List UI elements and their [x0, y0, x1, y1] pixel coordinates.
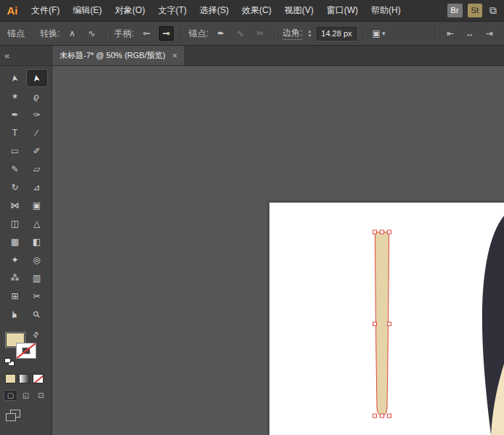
tool-eyedropper[interactable]: ✦ [4, 251, 26, 269]
corner-label[interactable]: 边角: [283, 27, 302, 40]
tool-selection[interactable]: ➤ [4, 69, 26, 87]
selected-object[interactable] [375, 232, 389, 416]
menu-item-edit[interactable]: 编辑(E) [66, 0, 108, 21]
tool-blend[interactable]: ◎ [26, 251, 48, 269]
tool-type[interactable]: T [4, 123, 26, 142]
chevron-down-icon: ▾ [382, 30, 386, 37]
pencil-icon: ✎ [11, 164, 18, 174]
selection-handle[interactable] [381, 414, 384, 418]
selection-handle[interactable] [373, 322, 377, 326]
selection-handle[interactable] [381, 230, 384, 234]
tool-rotate[interactable]: ↻ [4, 178, 26, 196]
selection-handle[interactable] [373, 230, 377, 234]
tool-slice[interactable]: ✂ [26, 287, 48, 305]
none-button[interactable] [33, 374, 44, 383]
align-right-icon: ⇥ [486, 28, 493, 38]
fill-stroke-indicator: ⇄ [4, 330, 49, 368]
hide-handles-icon: ⊸ [163, 28, 170, 38]
menu-item-file[interactable]: 文件(F) [25, 0, 66, 21]
tool-pen[interactable]: ✒ [4, 105, 26, 123]
convert-to-smooth-button[interactable]: ∿ [84, 26, 99, 41]
tool-width[interactable]: ⋈ [4, 196, 26, 214]
align-horizontal-right-button[interactable]: ⇥ [482, 26, 497, 41]
tool-shape-builder[interactable]: ◫ [4, 214, 26, 232]
selection-handle[interactable] [388, 230, 391, 234]
tool-artboard[interactable]: ⊞ [4, 287, 26, 305]
menu-item-select[interactable]: 选择(S) [193, 0, 235, 21]
draw-behind-icon: ◱ [23, 391, 29, 399]
hide-handles-button[interactable]: ⊸ [159, 26, 174, 41]
tool-lasso[interactable]: ϱ [26, 87, 48, 105]
draw-behind-button[interactable]: ◱ [19, 390, 33, 401]
direct-selection-icon: ➤ [31, 73, 43, 82]
workspace-switcher-icon[interactable]: ⧉ [489, 4, 497, 17]
draw-normal-button[interactable]: ▢ [4, 390, 17, 401]
default-fill-stroke-button[interactable] [4, 358, 15, 367]
menu-item-help[interactable]: 帮助(H) [365, 0, 407, 21]
tool-zoom[interactable]: ⚲ [26, 305, 48, 323]
swap-fill-stroke-icon[interactable]: ⇄ [31, 330, 41, 340]
hand-icon: ☛ [9, 310, 20, 318]
tool-scale[interactable]: ⊿ [26, 178, 48, 196]
menu-item-type[interactable]: 文字(T) [152, 0, 193, 21]
color-button[interactable] [5, 374, 16, 383]
screen-mode-button[interactable] [6, 410, 22, 422]
bridge-button[interactable]: Br [447, 4, 463, 17]
align-horizontal-center-button[interactable]: ↔ [463, 26, 477, 41]
pen-icon: ✒ [11, 110, 18, 120]
selection-handle[interactable] [373, 414, 377, 418]
gradient-icon: ◧ [33, 237, 41, 247]
connect-anchors-button[interactable]: ∿ [233, 26, 248, 41]
tool-perspective-grid[interactable]: △ [26, 214, 48, 232]
collapse-panel-icon[interactable]: « [4, 50, 9, 61]
tool-hand[interactable]: ☛ [4, 305, 26, 323]
tool-gradient[interactable]: ◧ [26, 232, 48, 251]
menu-item-effect[interactable]: 效果(C) [235, 0, 278, 21]
tool-eraser[interactable]: ▱ [26, 160, 48, 178]
default-fill-icon [4, 358, 11, 363]
tool-free-transform[interactable]: ▣ [26, 196, 48, 214]
gradient-button[interactable] [19, 374, 30, 383]
document-tab[interactable]: 未标题-7* @ 50% (RGB/预览) × [52, 46, 185, 65]
rectangle-icon: ▭ [11, 146, 19, 156]
connect-anchors-icon: ∿ [237, 28, 244, 38]
isolate-options-button[interactable]: ▣ ▾ [372, 26, 386, 41]
remove-anchor-button[interactable]: ✒ [214, 26, 228, 41]
tool-magic-wand[interactable]: ✶ [4, 87, 26, 105]
corner-stepper[interactable]: ▲ ▼ [307, 30, 312, 38]
cut-path-button[interactable]: ✂ [253, 26, 267, 41]
draw-inside-button[interactable]: ⊡ [34, 390, 48, 401]
stepper-down-icon[interactable]: ▼ [307, 34, 312, 38]
selection-handle[interactable] [388, 414, 391, 418]
stepper-up-icon[interactable]: ▲ [307, 30, 312, 33]
tool-paintbrush[interactable]: ✐ [26, 142, 48, 160]
tool-symbol-sprayer[interactable]: ⁂ [4, 269, 26, 287]
separator [106, 26, 107, 41]
stock-button[interactable]: St [468, 4, 482, 17]
convert-label: 转换: [40, 28, 60, 40]
toolbar: ➤➤✶ϱ✒✑T∕▭✐✎▱↻⊿⋈▣◫△▦◧✦◎⁂▥⊞✂☛⚲ ⇄ [0, 66, 52, 435]
corner-radius-input[interactable]: 14.28 px [317, 27, 356, 41]
tool-column-graph[interactable]: ▥ [26, 269, 48, 287]
symbol-sprayer-icon: ⁂ [11, 273, 20, 283]
rotate-icon: ↻ [11, 182, 18, 192]
show-handles-button[interactable]: ⊸ [139, 26, 154, 41]
separator [181, 26, 182, 41]
menu-item-object[interactable]: 对象(O) [108, 0, 151, 21]
selection-icon: ➤ [9, 73, 21, 82]
tab-close-icon[interactable]: × [172, 50, 178, 61]
convert-to-corner-button[interactable]: ∧ [65, 26, 79, 41]
selection-handle[interactable] [388, 322, 391, 326]
none-slash-icon [17, 343, 36, 358]
tool-rectangle[interactable]: ▭ [4, 142, 26, 160]
menu-item-window[interactable]: 窗口(W) [320, 0, 365, 21]
tool-curvature[interactable]: ✑ [26, 105, 48, 123]
tool-line-segment[interactable]: ∕ [26, 123, 48, 142]
tool-pencil[interactable]: ✎ [4, 160, 26, 178]
align-horizontal-left-button[interactable]: ⇤ [443, 26, 458, 41]
tool-mesh[interactable]: ▦ [4, 232, 26, 251]
tool-direct-selection[interactable]: ➤ [26, 69, 48, 87]
canvas[interactable] [52, 66, 504, 435]
stroke-swatch[interactable] [16, 343, 36, 359]
menu-item-view[interactable]: 视图(V) [278, 0, 320, 21]
